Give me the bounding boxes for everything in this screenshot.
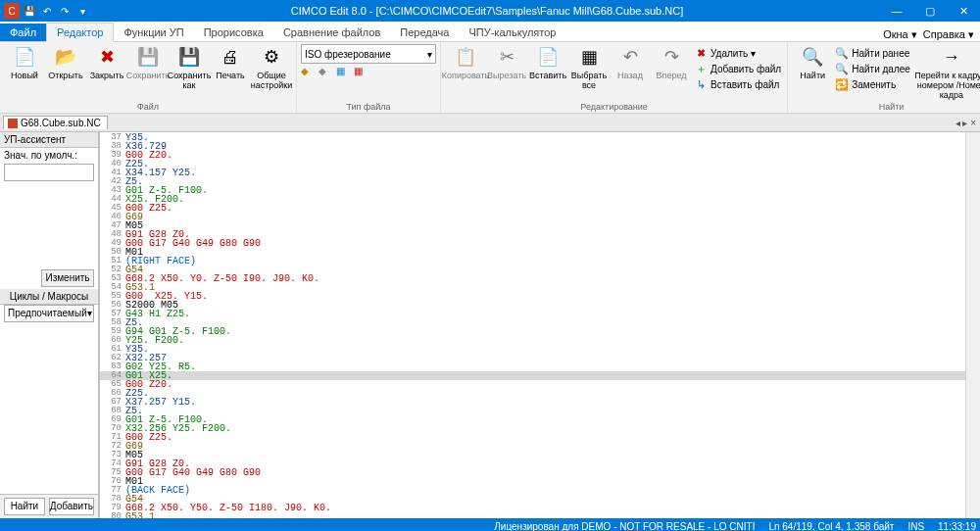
qat-redo-icon[interactable]: ↷ <box>57 3 73 19</box>
code-line[interactable]: 69G01 Z-5. F100. <box>100 415 980 424</box>
recent-select[interactable]: Предпочитаемый▾ <box>4 305 94 322</box>
qat-dropdown-icon[interactable]: ▾ <box>74 3 90 19</box>
save-button[interactable]: 💾Сохранить <box>127 44 169 90</box>
code-line[interactable]: 38X36.729 <box>100 142 980 151</box>
code-line[interactable]: 76M01 <box>100 477 980 486</box>
ft-icon3[interactable]: ▦ <box>336 66 352 76</box>
code-line[interactable]: 42Z5. <box>100 177 980 186</box>
goto-icon: → <box>939 44 964 70</box>
code-line[interactable]: 45G00 Z25. <box>100 204 980 213</box>
goto-button[interactable]: →Перейти к кадру с номером /Номер кадра <box>912 44 980 100</box>
code-line[interactable]: 77(BACK FACE) <box>100 486 980 495</box>
minimize-button[interactable]: — <box>880 5 913 18</box>
findnext-button[interactable]: 🔍Найти далее <box>833 61 912 76</box>
code-line[interactable]: 53G68.2 X50. Y0. Z-50 I90. J90. K0. <box>100 274 980 283</box>
code-line[interactable]: 60Y25. F200. <box>100 336 980 345</box>
code-line[interactable]: 62X32.257 <box>100 354 980 362</box>
copy-button[interactable]: 📋Копировать <box>445 44 486 90</box>
close-file-button[interactable]: ✖Закрыть <box>86 44 127 90</box>
code-line[interactable]: 58Z5. <box>100 318 980 327</box>
replace-button[interactable]: 🔁Заменить <box>833 76 912 92</box>
selectall-button[interactable]: ▦Выбрать все <box>568 44 610 90</box>
ft-icon2[interactable]: ◆ <box>318 66 334 76</box>
code-line[interactable]: 75G00 G17 G40 G49 G80 G90 <box>100 468 980 477</box>
tab-help[interactable]: Справка ▾ <box>923 28 974 41</box>
maximize-button[interactable]: ▢ <box>913 5 947 18</box>
find-button[interactable]: 🔍Найти <box>792 44 833 90</box>
code-line[interactable]: 79G68.2 X50. Y50. Z-50 I180. J90. K0. <box>100 504 980 512</box>
delete-icon: ✖ <box>694 46 708 60</box>
sidebar-header-cycles: Циклы / Макросы <box>0 289 98 305</box>
tab-transfer[interactable]: Передача <box>390 24 459 41</box>
tab-nccalc[interactable]: ЧПУ-калькулятор <box>459 24 565 41</box>
code-line[interactable]: 50M01 <box>100 248 980 257</box>
code-line[interactable]: 51(RIGHT FACE) <box>100 257 980 266</box>
code-line[interactable]: 44X25. F200. <box>100 195 980 204</box>
document-tab[interactable]: G68.Cube.sub.NC <box>3 116 108 129</box>
sidebar-header-assist: УП-ассистент <box>0 132 98 148</box>
ft-icon4[interactable]: ▦ <box>354 66 369 76</box>
code-line[interactable]: 71G00 Z25. <box>100 433 980 442</box>
code-line[interactable]: 49G00 G17 G40 G49 G80 G90 <box>100 239 980 248</box>
code-line[interactable]: 43G01 Z-5. F100. <box>100 186 980 195</box>
code-line[interactable]: 72G69 <box>100 442 980 451</box>
code-line[interactable]: 65G00 Z20. <box>100 380 980 389</box>
qat-save-icon[interactable]: 💾 <box>22 3 37 19</box>
code-line[interactable]: 59G94 G01 Z-5. F100. <box>100 327 980 336</box>
findprev-button[interactable]: 🔍Найти ранее <box>833 45 912 61</box>
code-line[interactable]: 64G01 X25. <box>100 371 980 380</box>
sidebar-add-button[interactable]: Добавить <box>49 498 94 515</box>
paste-button[interactable]: 📄Вставить <box>527 44 568 90</box>
tab-functions[interactable]: Функции УП <box>114 24 193 41</box>
code-line[interactable]: 67X37.257 Y15. <box>100 398 980 407</box>
code-line[interactable]: 73M05 <box>100 451 980 459</box>
code-line[interactable]: 68Z5. <box>100 407 980 415</box>
code-editor[interactable]: 37Y35.38X36.72939G00 Z20.40Z25.41X34.157… <box>99 132 980 518</box>
tab-compare[interactable]: Сравнение файлов <box>273 24 390 41</box>
code-line[interactable]: 61Y35. <box>100 345 980 354</box>
code-line[interactable]: 47M05 <box>100 221 980 230</box>
code-line[interactable]: 41X34.157 Y25. <box>100 169 980 177</box>
doctab-controls[interactable]: ◂ ▸ × <box>956 118 980 128</box>
code-line[interactable]: 57G43 H1 Z25. <box>100 310 980 318</box>
title-bar: C 💾 ↶ ↷ ▾ CIMCO Edit 8.0 - [C:\CIMCO\CIM… <box>0 0 980 22</box>
code-line[interactable]: 56S2000 M05 <box>100 301 980 310</box>
addfile-button[interactable]: ＋Добавить файл <box>692 61 783 76</box>
redo-button[interactable]: ↷Вперед <box>651 44 692 90</box>
insertfile-button[interactable]: ↳Вставить файл <box>692 76 783 92</box>
default-field[interactable] <box>4 164 94 181</box>
filetype-combo[interactable]: ISO фрезерование▾ <box>301 44 436 64</box>
code-line[interactable]: 63G02 Y25. R5. <box>100 362 980 371</box>
tab-windows[interactable]: Окна ▾ <box>883 28 917 41</box>
group-file: 📄Новый 📂Открыть ✖Закрыть 💾Сохранить 💾Сох… <box>0 42 297 113</box>
saveas-button[interactable]: 💾Сохранить как <box>169 44 210 90</box>
print-button[interactable]: 🖨Печать <box>210 44 251 90</box>
default-label: Знач. по умолч.: <box>0 148 98 163</box>
open-button[interactable]: 📂Открыть <box>45 44 86 90</box>
ft-icon1[interactable]: ◆ <box>301 66 317 76</box>
line-text: G68.2 X50. Y50. Z-50 I180. J90. K0. <box>125 504 331 512</box>
code-line[interactable]: 54G53.1 <box>100 283 980 292</box>
tab-draw[interactable]: Прорисовка <box>194 24 273 41</box>
scrollbar[interactable] <box>965 132 980 518</box>
tab-file[interactable]: Файл <box>0 24 46 41</box>
qat-undo-icon[interactable]: ↶ <box>39 3 55 19</box>
code-line[interactable]: 70X32.256 Y25. F200. <box>100 424 980 433</box>
sidebar-find-button[interactable]: Найти <box>4 498 45 515</box>
code-line[interactable]: 46G69 <box>100 213 980 221</box>
new-button[interactable]: 📄Новый <box>4 44 45 90</box>
code-line[interactable]: 66Z25. <box>100 389 980 398</box>
status-ins: INS <box>907 521 924 532</box>
code-line[interactable]: 55G00 X25. Y15. <box>100 292 980 301</box>
code-line[interactable]: 37Y35. <box>100 133 980 142</box>
code-line[interactable]: 39G00 Z20. <box>100 151 980 160</box>
cut-button[interactable]: ✂Вырезать <box>486 44 527 90</box>
change-button[interactable]: Изменить <box>41 269 94 287</box>
close-button[interactable]: ✕ <box>947 5 980 18</box>
findprev-icon: 🔍 <box>835 46 849 60</box>
delete-button[interactable]: ✖Удалить ▾ <box>692 45 783 61</box>
code-line[interactable]: 40Z25. <box>100 160 980 169</box>
undo-button[interactable]: ↶Назад <box>610 44 651 90</box>
settings-button[interactable]: ⚙Общие настройки <box>251 44 292 90</box>
tab-editor[interactable]: Редактор <box>46 23 114 42</box>
